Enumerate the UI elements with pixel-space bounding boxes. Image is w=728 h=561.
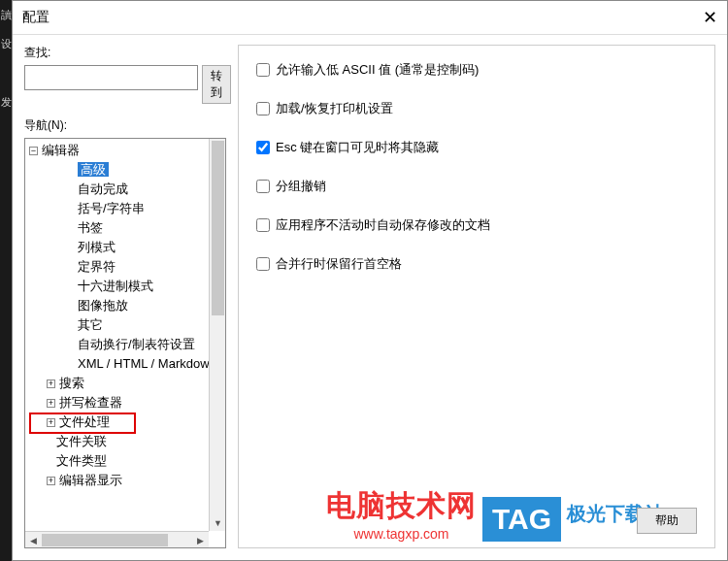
tree-child[interactable]: 图像拖放 bbox=[25, 296, 225, 315]
tree-child[interactable]: 其它 bbox=[25, 315, 225, 335]
scroll-down-icon[interactable]: ▼ bbox=[210, 514, 226, 531]
tree-item-file-assoc[interactable]: 文件关联 bbox=[25, 432, 225, 451]
tree-child[interactable]: 自动完成 bbox=[25, 180, 225, 199]
tree-item-editor[interactable]: −编辑器 bbox=[25, 141, 225, 160]
horizontal-scrollbar[interactable]: ◀ ▶ bbox=[25, 531, 209, 547]
option-row[interactable]: 允许输入低 ASCII 值 (通常是控制码) bbox=[256, 61, 697, 79]
tree-child[interactable]: 列模式 bbox=[25, 238, 225, 257]
watermark-tag: TAG bbox=[482, 497, 561, 542]
option-label: 加载/恢复打印机设置 bbox=[276, 100, 393, 117]
option-label: 允许输入低 ASCII 值 (通常是控制码) bbox=[276, 61, 479, 79]
watermark-site1: 电脑技术网 www.tagxp.com bbox=[326, 486, 477, 542]
option-row[interactable]: 加载/恢复打印机设置 bbox=[256, 100, 697, 117]
tree-item-file-type[interactable]: 文件类型 bbox=[25, 451, 225, 471]
tree-child[interactable]: XML / HTML / Markdow bbox=[25, 354, 225, 374]
option-checkbox[interactable] bbox=[256, 141, 270, 154]
nav-label: 导航(N): bbox=[24, 117, 226, 134]
option-label: 应用程序不活动时自动保存修改的文档 bbox=[276, 216, 490, 234]
option-row[interactable]: Esc 键在窗口可见时将其隐藏 bbox=[256, 139, 697, 156]
scroll-thumb[interactable] bbox=[42, 534, 168, 546]
app-background-strip: 讀设发 bbox=[0, 0, 12, 561]
goto-button[interactable]: 转到 bbox=[202, 65, 231, 104]
option-checkbox[interactable] bbox=[256, 257, 270, 271]
search-label: 查找: bbox=[24, 45, 226, 61]
watermark: 电脑技术网 www.tagxp.com TAG 极光下载站 bbox=[326, 486, 664, 542]
tree-item-editor-display[interactable]: +编辑器显示 bbox=[25, 471, 225, 490]
tree-child[interactable]: 定界符 bbox=[25, 257, 225, 277]
left-panel: 查找: 转到 导航(N): −编辑器 高级 自动完成 括号/字符串 书签 列模式… bbox=[24, 45, 226, 548]
options-panel: 允许输入低 ASCII 值 (通常是控制码)加载/恢复打印机设置Esc 键在窗口… bbox=[238, 45, 715, 548]
option-checkbox[interactable] bbox=[256, 63, 270, 77]
tree-child[interactable]: 高级 bbox=[25, 160, 225, 180]
scroll-thumb[interactable] bbox=[212, 141, 224, 315]
option-checkbox[interactable] bbox=[256, 180, 270, 193]
help-button[interactable]: 帮助 bbox=[637, 508, 697, 534]
search-row: 转到 bbox=[24, 65, 226, 104]
tree-child[interactable]: 十六进制模式 bbox=[25, 277, 225, 296]
scroll-left-icon[interactable]: ◀ bbox=[25, 532, 42, 548]
option-label: 合并行时保留行首空格 bbox=[276, 255, 402, 273]
collapse-icon[interactable]: − bbox=[29, 147, 38, 155]
config-dialog: 配置 ✕ 查找: 转到 导航(N): −编辑器 高级 自动完成 括号/字符串 书… bbox=[12, 0, 728, 561]
tree-child[interactable]: 自动换行/制表符设置 bbox=[25, 335, 225, 354]
nav-tree-container: −编辑器 高级 自动完成 括号/字符串 书签 列模式 定界符 十六进制模式 图像… bbox=[24, 138, 226, 548]
option-label: Esc 键在窗口可见时将其隐藏 bbox=[276, 139, 439, 156]
option-checkbox[interactable] bbox=[256, 218, 270, 232]
tree-child-selected: 高级 bbox=[78, 162, 109, 177]
option-row[interactable]: 应用程序不活动时自动保存修改的文档 bbox=[256, 216, 697, 234]
option-checkbox[interactable] bbox=[256, 102, 270, 116]
nav-tree: −编辑器 高级 自动完成 括号/字符串 书签 列模式 定界符 十六进制模式 图像… bbox=[25, 139, 225, 547]
option-row[interactable]: 分组撤销 bbox=[256, 178, 697, 195]
tree-child[interactable]: 书签 bbox=[25, 218, 225, 238]
window-title: 配置 bbox=[22, 9, 50, 26]
vertical-scrollbar[interactable]: ▲ ▼ bbox=[209, 139, 225, 531]
expand-icon[interactable]: + bbox=[47, 477, 55, 485]
expand-icon[interactable]: + bbox=[47, 399, 55, 408]
scroll-right-icon[interactable]: ▶ bbox=[192, 532, 209, 548]
option-label: 分组撤销 bbox=[276, 178, 326, 195]
titlebar: 配置 ✕ bbox=[13, 1, 727, 35]
options-list: 允许输入低 ASCII 值 (通常是控制码)加载/恢复打印机设置Esc 键在窗口… bbox=[256, 61, 697, 273]
expand-icon[interactable]: + bbox=[47, 418, 55, 427]
expand-icon[interactable]: + bbox=[47, 380, 55, 388]
search-input[interactable] bbox=[24, 65, 198, 90]
tree-item-spellcheck[interactable]: +拼写检查器 bbox=[25, 393, 225, 412]
tree-item-search[interactable]: +搜索 bbox=[25, 374, 225, 393]
option-row[interactable]: 合并行时保留行首空格 bbox=[256, 255, 697, 273]
close-icon[interactable]: ✕ bbox=[703, 7, 717, 28]
tree-child[interactable]: 括号/字符串 bbox=[25, 199, 225, 218]
tree-item-file-handling[interactable]: +文件处理 bbox=[25, 412, 225, 432]
dialog-content: 查找: 转到 导航(N): −编辑器 高级 自动完成 括号/字符串 书签 列模式… bbox=[13, 35, 727, 560]
